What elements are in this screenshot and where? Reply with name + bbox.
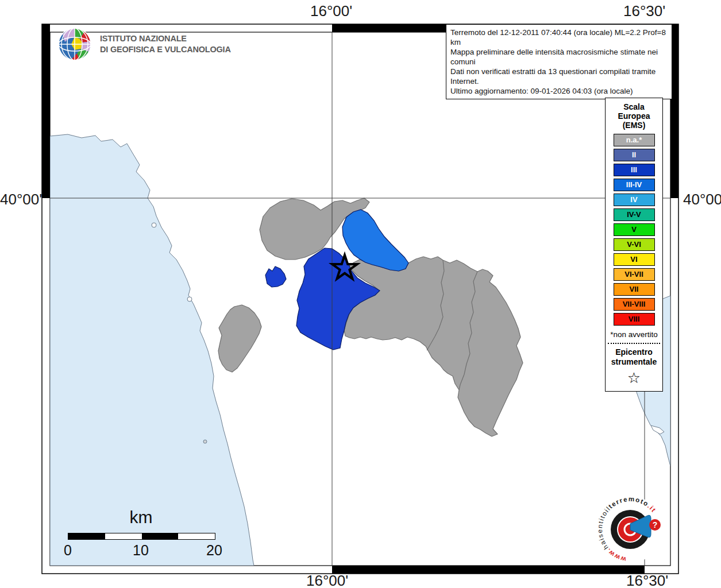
lon-label-bottom-left: 16°00'	[306, 572, 348, 588]
islet-1	[152, 223, 156, 227]
lat-label-right: 40°00'	[683, 191, 721, 208]
intensity-legend: Scala Europea (EMS) n.a.*IIIIIIII-IVIVIV…	[605, 98, 663, 392]
info-line-map: Mappa preliminare delle intensità macros…	[450, 47, 668, 67]
ingv-globe-icon	[57, 27, 92, 61]
legend-item-vivii: VI-VII	[614, 268, 655, 281]
lon-label-top-left: 16°00'	[310, 2, 352, 20]
earthquake-info-box: Terremoto del 12-12-2011 07:40:44 (ora l…	[446, 24, 672, 99]
legend-item-iv: IV	[614, 194, 655, 206]
legend-item-iii: III	[614, 164, 655, 176]
lon-label-top-right: 16°30'	[623, 2, 665, 20]
info-line-updated: Ultimo aggiornamento: 09-01-2026 04:03 (…	[450, 86, 668, 96]
legend-item-ii: II	[614, 149, 655, 161]
lat-label-left: 40°00'	[0, 191, 42, 208]
info-line-event: Terremoto del 12-12-2011 07:40:44 (ora l…	[450, 28, 668, 47]
legend-item-ivv: IV-V	[614, 208, 655, 221]
legend-item-v: V	[614, 223, 655, 236]
institute-name-line1: ISTITUTO NAZIONALE	[100, 33, 231, 44]
institute-name-line2: DI GEOFISICA E VULCANOLOGIA	[100, 44, 231, 55]
question-mark: ?	[653, 520, 658, 529]
scalebar-tick-0: 0	[51, 542, 85, 559]
legend-item-na: n.a.*	[614, 134, 655, 146]
legend-divider	[608, 343, 660, 344]
scalebar	[68, 533, 215, 540]
info-line-data: Dati non verificati estratti da 13 quest…	[450, 67, 668, 86]
legend-item-iiiiv: III-IV	[614, 179, 655, 191]
islet-3	[203, 440, 207, 443]
scalebar-tick-10: 10	[124, 542, 158, 559]
legend-item-vi: VI	[614, 253, 655, 266]
legend-title: Scala Europea (EMS)	[606, 102, 662, 130]
macroseismic-map-page: 16°00' 16°30' 16°00' 16°30' 40°00' 40°00…	[0, 0, 721, 588]
lon-label-bottom-right: 16°30'	[626, 572, 668, 588]
scalebar-unit: km	[68, 508, 214, 527]
haisentitoilterremoto-logo: ? www.haisentitoilterremoto.it	[596, 495, 665, 564]
legend-item-vvi: V-VI	[614, 238, 655, 251]
islet-2	[187, 297, 192, 301]
legend-item-viiviii: VII-VIII	[614, 298, 655, 311]
star-outline-icon: ☆	[606, 369, 662, 386]
legend-items: n.a.*IIIIIIII-IVIVIV-VVV-VIVIVI-VIIVIIVI…	[606, 134, 662, 326]
legend-footnote: *non avvertito	[606, 330, 662, 339]
legend-item-viii: VIII	[614, 313, 655, 326]
scalebar-tick-20: 20	[197, 542, 232, 559]
ingv-branding: ISTITUTO NAZIONALE DI GEOFISICA E VULCAN…	[57, 27, 231, 61]
legend-item-vii: VII	[614, 283, 655, 296]
legend-epicenter-label: Epicentro strumentale	[606, 347, 662, 367]
